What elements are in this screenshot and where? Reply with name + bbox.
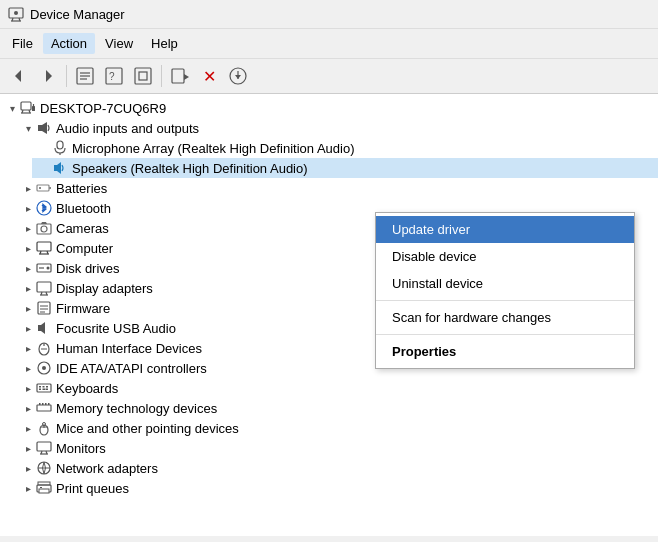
expand-speakers (36, 160, 52, 176)
update-driver-button[interactable]: ? (101, 63, 127, 89)
svg-rect-70 (42, 403, 44, 405)
print-icon (36, 480, 52, 496)
monitors-icon (36, 440, 52, 456)
monitors-label: Monitors (56, 441, 106, 456)
content-area: DESKTOP-7CUQ6R9 Audio inputs and outputs (0, 94, 658, 536)
computer-label: Computer (56, 241, 113, 256)
ctx-properties[interactable]: Properties (376, 338, 634, 365)
tree-item-network[interactable]: Network adapters (16, 458, 658, 478)
tree-item-mice[interactable]: Mice and other pointing devices (16, 418, 658, 438)
svg-rect-62 (39, 386, 41, 388)
svg-rect-68 (37, 405, 51, 411)
microphone-label: Microphone Array (Realtek High Definitio… (72, 141, 355, 156)
expand-monitors[interactable] (20, 440, 36, 456)
batteries-label: Batteries (56, 181, 107, 196)
expand-disk[interactable] (20, 260, 36, 276)
expand-root[interactable] (4, 100, 20, 116)
back-button[interactable] (6, 63, 32, 89)
display-icon (36, 280, 52, 296)
ctx-scan-hardware[interactable]: Scan for hardware changes (376, 304, 634, 331)
root-label: DESKTOP-7CUQ6R9 (40, 101, 166, 116)
svg-rect-24 (32, 106, 35, 111)
firmware-icon (36, 300, 52, 316)
tree-item-microphone[interactable]: Microphone Array (Realtek High Definitio… (32, 138, 658, 158)
ctx-uninstall-device[interactable]: Uninstall device (376, 270, 634, 297)
svg-rect-86 (40, 487, 42, 488)
expand-network[interactable] (20, 460, 36, 476)
title-bar: Device Manager (0, 0, 658, 29)
expand-batteries[interactable] (20, 180, 36, 196)
expand-computer[interactable] (20, 240, 36, 256)
toolbar-sep-2 (161, 65, 162, 87)
cameras-icon (36, 220, 52, 236)
expand-focusrite[interactable] (20, 320, 36, 336)
tree-item-memory[interactable]: Memory technology devices (16, 398, 658, 418)
ctx-update-driver[interactable]: Update driver (376, 216, 634, 243)
tree-item-root[interactable]: DESKTOP-7CUQ6R9 (0, 98, 658, 118)
help-button[interactable] (130, 63, 156, 89)
svg-rect-71 (45, 403, 47, 405)
svg-marker-55 (41, 322, 45, 334)
svg-rect-61 (37, 384, 51, 392)
svg-point-4 (14, 11, 18, 15)
svg-rect-39 (37, 242, 51, 251)
tree-item-keyboards[interactable]: Keyboards (16, 378, 658, 398)
svg-rect-85 (39, 489, 49, 493)
expand-firmware[interactable] (20, 300, 36, 316)
svg-rect-77 (37, 442, 51, 451)
svg-point-76 (43, 423, 46, 426)
expand-bluetooth[interactable] (20, 200, 36, 216)
tree-item-print[interactable]: Print queues (16, 478, 658, 498)
expand-audio[interactable] (20, 120, 36, 136)
svg-rect-30 (54, 165, 57, 171)
svg-rect-28 (57, 141, 63, 149)
expand-mice[interactable] (20, 420, 36, 436)
disk-icon (36, 260, 52, 276)
download-button[interactable] (225, 63, 251, 89)
expand-keyboards[interactable] (20, 380, 36, 396)
expand-cameras[interactable] (20, 220, 36, 236)
computer-icon (36, 240, 52, 256)
scan-button[interactable] (167, 63, 193, 89)
app-icon (8, 6, 24, 22)
display-label: Display adapters (56, 281, 153, 296)
speakers-icon (52, 160, 68, 176)
svg-rect-67 (46, 389, 48, 391)
tree-item-batteries[interactable]: Batteries (16, 178, 658, 198)
svg-rect-26 (38, 125, 42, 131)
forward-button[interactable] (35, 63, 61, 89)
menu-action[interactable]: Action (43, 33, 95, 54)
menu-help[interactable]: Help (143, 33, 186, 54)
menu-view[interactable]: View (97, 33, 141, 54)
ctx-sep-1 (376, 300, 634, 301)
svg-marker-27 (42, 122, 47, 134)
memory-icon (36, 400, 52, 416)
ctx-disable-device[interactable]: Disable device (376, 243, 634, 270)
menu-file[interactable]: File (4, 33, 41, 54)
expand-hid[interactable] (20, 340, 36, 356)
keyboards-icon (36, 380, 52, 396)
tree-item-audio[interactable]: Audio inputs and outputs (16, 118, 658, 138)
svg-rect-32 (37, 185, 49, 191)
expand-ide[interactable] (20, 360, 36, 376)
cameras-label: Cameras (56, 221, 109, 236)
tree-item-speakers[interactable]: Speakers (Realtek High Definition Audio) (32, 158, 658, 178)
memory-label: Memory technology devices (56, 401, 217, 416)
svg-point-37 (41, 226, 47, 232)
expand-display[interactable] (20, 280, 36, 296)
focusrite-icon (36, 320, 52, 336)
delete-button[interactable]: ✕ (196, 63, 222, 89)
menu-bar: File Action View Help (0, 29, 658, 59)
audio-label: Audio inputs and outputs (56, 121, 199, 136)
tree-item-monitors[interactable]: Monitors (16, 438, 658, 458)
svg-marker-6 (46, 70, 52, 82)
toolbar: ? ✕ (0, 59, 658, 94)
svg-point-44 (47, 267, 50, 270)
svg-rect-69 (39, 403, 41, 405)
svg-marker-16 (184, 74, 189, 80)
svg-rect-34 (39, 187, 41, 189)
svg-marker-38 (41, 222, 47, 224)
expand-print[interactable] (20, 480, 36, 496)
properties-button[interactable] (72, 63, 98, 89)
expand-memory[interactable] (20, 400, 36, 416)
